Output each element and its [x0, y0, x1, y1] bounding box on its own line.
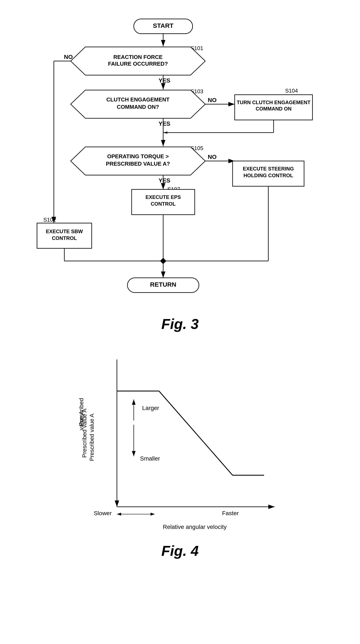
s102-node: EXECUTE SBW: [46, 228, 83, 234]
flowchart-diagram: START S101 REACTION FORCE FAILURE OCCURR…: [33, 13, 327, 307]
s106-node: EXECUTE STEERING: [243, 166, 294, 172]
svg-text:CONTROL: CONTROL: [52, 235, 77, 241]
page: START S101 REACTION FORCE FAILURE OCCURR…: [0, 0, 360, 644]
svg-text:COMMAND ON?: COMMAND ON?: [117, 104, 159, 110]
no-s103: NO: [208, 97, 217, 103]
svg-text:PRESCRIBED VALUE A?: PRESCRIBED VALUE A?: [106, 160, 170, 167]
smaller-label: Smaller: [140, 455, 160, 462]
yes-s101: YES: [159, 77, 170, 84]
yes-s105: YES: [159, 177, 170, 184]
yes-s103: YES: [159, 120, 170, 127]
prescribed-value-a-label: Prescribed value A: [89, 414, 95, 461]
svg-text:COMMAND ON: COMMAND ON: [256, 106, 292, 112]
s102-label: S102: [43, 216, 56, 223]
x-axis-label: Relative angular velocity: [163, 524, 227, 530]
no-s105: NO: [208, 154, 217, 160]
svg-marker-32: [160, 258, 166, 264]
s104-label: S104: [285, 88, 298, 94]
faster-label: Faster: [222, 510, 239, 516]
return-node: RETURN: [150, 281, 176, 288]
s104-node: TURN CLUTCH ENGAGEMENT: [237, 100, 311, 105]
start-node: START: [153, 22, 173, 29]
s105-node: OPERATING TORQUE >: [107, 153, 169, 160]
svg-text:CONTROL: CONTROL: [151, 201, 176, 207]
fig4-label: Fig. 4: [161, 542, 199, 559]
larger-label: Larger: [142, 405, 159, 411]
svg-text:FAILURE OCCURRED?: FAILURE OCCURRED?: [108, 60, 168, 67]
flowchart-section: START S101 REACTION FORCE FAILURE OCCURR…: [0, 0, 360, 336]
graph-section: Prescribed value A Prescribed value A La…: [0, 336, 360, 559]
slower-label: Slower: [94, 510, 112, 516]
graph-diagram: Prescribed value A Prescribed value A La…: [75, 349, 285, 538]
svg-marker-14: [163, 132, 167, 134]
fig3-label: Fig. 3: [161, 316, 199, 332]
s107-node: EXECUTE EPS: [145, 194, 181, 200]
svg-text:HOLDING CONTROL: HOLDING CONTROL: [244, 172, 293, 178]
s103-node: CLUTCH ENGAGEMENT: [106, 96, 170, 103]
no-s101: NO: [64, 54, 73, 60]
y-axis-title: Prescribed value A: [81, 408, 88, 458]
s101-node: REACTION FORCE: [113, 54, 163, 60]
